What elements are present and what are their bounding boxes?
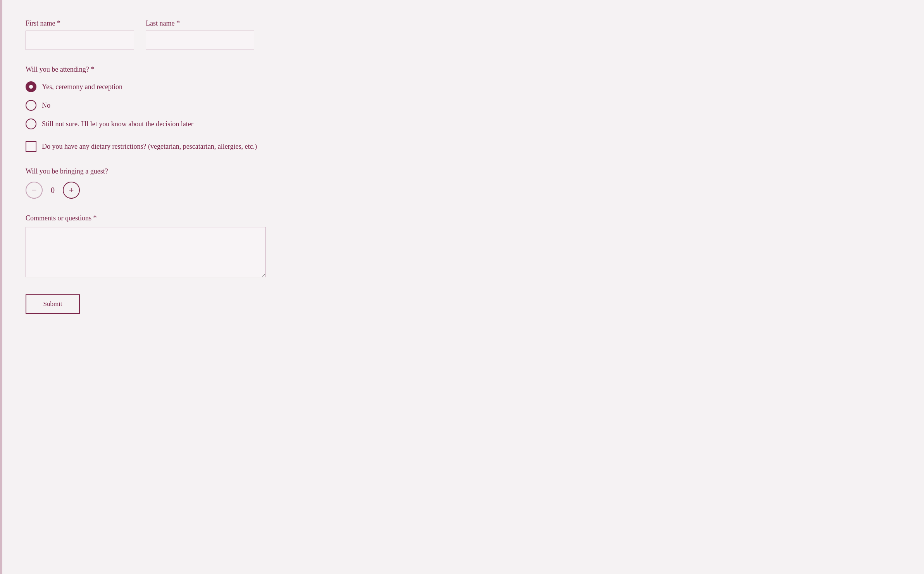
radio-circle-yes[interactable] — [26, 81, 36, 92]
first-name-group: First name * — [26, 19, 134, 50]
last-name-input[interactable] — [146, 31, 254, 50]
guest-label: Will you be bringing a guest? — [26, 167, 901, 175]
comments-textarea[interactable] — [26, 227, 266, 277]
radio-label-yes: Yes, ceremony and reception — [42, 83, 122, 91]
stepper-minus-button[interactable]: − — [26, 182, 43, 199]
submit-button[interactable]: Submit — [26, 294, 80, 314]
guest-section: Will you be bringing a guest? − 0 + — [26, 167, 901, 199]
radio-circle-notsure[interactable] — [26, 119, 36, 129]
name-row: First name * Last name * — [26, 19, 901, 50]
radio-circle-no[interactable] — [26, 100, 36, 111]
attending-section: Will you be attending? * Yes, ceremony a… — [26, 65, 901, 152]
radio-option-yes[interactable]: Yes, ceremony and reception — [26, 81, 901, 92]
radio-option-notsure[interactable]: Still not sure. I'll let you know about … — [26, 119, 901, 129]
dietary-checkbox[interactable] — [26, 141, 36, 152]
comments-section: Comments or questions * — [26, 214, 901, 279]
page-container: First name * Last name * Will you be att… — [0, 0, 924, 574]
dietary-checkbox-option[interactable]: Do you have any dietary restrictions? (v… — [26, 141, 901, 152]
stepper-plus-button[interactable]: + — [63, 182, 80, 199]
radio-label-no: No — [42, 101, 50, 110]
first-name-label: First name * — [26, 19, 134, 27]
radio-label-notsure: Still not sure. I'll let you know about … — [42, 120, 193, 128]
last-name-group: Last name * — [146, 19, 254, 50]
radio-option-no[interactable]: No — [26, 100, 901, 111]
first-name-input[interactable] — [26, 31, 134, 50]
attending-label: Will you be attending? * — [26, 65, 901, 74]
last-name-label: Last name * — [146, 19, 254, 27]
dietary-label: Do you have any dietary restrictions? (v… — [42, 143, 257, 151]
stepper-value: 0 — [49, 186, 57, 195]
radio-group: Yes, ceremony and reception No Still not… — [26, 81, 901, 129]
comments-label: Comments or questions * — [26, 214, 901, 222]
guest-stepper: − 0 + — [26, 182, 901, 199]
form-container: First name * Last name * Will you be att… — [2, 0, 924, 574]
